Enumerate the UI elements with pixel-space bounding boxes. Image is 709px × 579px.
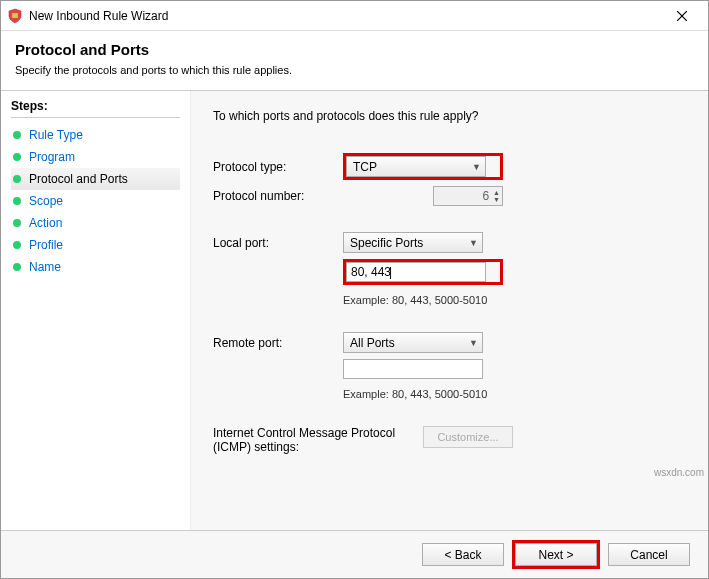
bullet-icon — [13, 197, 21, 205]
local-port-input[interactable]: 80, 443 — [346, 262, 486, 282]
steps-divider — [11, 117, 180, 118]
remote-port-section: Remote port: All Ports ▼ Example: 80, 44… — [213, 332, 686, 400]
local-port-example: Example: 80, 443, 5000-5010 — [343, 294, 503, 306]
step-protocol-and-ports[interactable]: Protocol and Ports — [11, 168, 180, 190]
bullet-icon — [13, 153, 21, 161]
close-button[interactable] — [662, 2, 702, 30]
chevron-down-icon: ▼ — [472, 162, 481, 172]
protocol-number-value: 6 — [436, 189, 493, 203]
cancel-button[interactable]: Cancel — [608, 543, 690, 566]
firewall-icon — [7, 8, 23, 24]
remote-port-mode-value: All Ports — [350, 336, 395, 350]
local-port-label: Local port: — [213, 236, 343, 250]
step-label: Program — [29, 150, 75, 164]
local-port-section: Local port: Specific Ports ▼ 80, 443 Exa… — [213, 232, 686, 306]
remote-port-mode-dropdown[interactable]: All Ports ▼ — [343, 332, 483, 353]
protocol-number-label: Protocol number: — [213, 189, 343, 203]
step-profile[interactable]: Profile — [11, 234, 180, 256]
main-pane: To which ports and protocols does this r… — [191, 91, 708, 530]
step-scope[interactable]: Scope — [11, 190, 180, 212]
step-label: Name — [29, 260, 61, 274]
protocol-number-spinner[interactable]: 6 ▲▼ — [433, 186, 503, 206]
bullet-icon — [13, 263, 21, 271]
protocol-section: Protocol type: TCP ▼ Protocol number: 6 … — [213, 153, 686, 206]
wizard-window: New Inbound Rule Wizard Protocol and Por… — [0, 0, 709, 579]
icmp-label: Internet Control Message Protocol (ICMP)… — [213, 426, 403, 454]
customize-button: Customize... — [423, 426, 513, 448]
protocol-type-label: Protocol type: — [213, 160, 343, 174]
highlight-local-port-value: 80, 443 — [343, 259, 503, 285]
highlight-protocol-type: TCP ▼ — [343, 153, 503, 180]
window-title: New Inbound Rule Wizard — [29, 9, 662, 23]
step-action[interactable]: Action — [11, 212, 180, 234]
close-icon — [677, 11, 687, 21]
step-label: Profile — [29, 238, 63, 252]
cancel-label: Cancel — [630, 548, 667, 562]
remote-port-example: Example: 80, 443, 5000-5010 — [343, 388, 503, 400]
bullet-icon — [13, 131, 21, 139]
step-label: Rule Type — [29, 128, 83, 142]
step-rule-type[interactable]: Rule Type — [11, 124, 180, 146]
question-text: To which ports and protocols does this r… — [213, 109, 686, 123]
steps-sidebar: Steps: Rule Type Program Protocol and Po… — [1, 91, 191, 530]
remote-port-input[interactable] — [343, 359, 483, 379]
chevron-down-icon: ▼ — [469, 338, 478, 348]
next-label: Next > — [538, 548, 573, 562]
bullet-icon — [13, 241, 21, 249]
remote-port-label: Remote port: — [213, 336, 343, 350]
protocol-type-value: TCP — [353, 160, 377, 174]
next-button[interactable]: Next > — [515, 543, 597, 566]
spinner-icon: ▲▼ — [493, 189, 500, 203]
step-label: Scope — [29, 194, 63, 208]
local-port-value: 80, 443 — [351, 265, 391, 279]
protocol-type-dropdown[interactable]: TCP ▼ — [346, 156, 486, 177]
local-port-mode-value: Specific Ports — [350, 236, 423, 250]
watermark: wsxdn.com — [654, 467, 704, 478]
protocol-number-cell: 6 ▲▼ — [343, 186, 503, 206]
page-header: Protocol and Ports Specify the protocols… — [1, 31, 708, 90]
titlebar: New Inbound Rule Wizard — [1, 1, 708, 31]
bullet-icon — [13, 175, 21, 183]
icmp-section: Internet Control Message Protocol (ICMP)… — [213, 426, 686, 454]
svg-rect-0 — [12, 13, 18, 18]
footer: < Back Next > Cancel — [1, 530, 708, 578]
back-button[interactable]: < Back — [422, 543, 504, 566]
step-label: Protocol and Ports — [29, 172, 128, 186]
body: Steps: Rule Type Program Protocol and Po… — [1, 90, 708, 530]
steps-heading: Steps: — [11, 99, 180, 113]
step-program[interactable]: Program — [11, 146, 180, 168]
chevron-down-icon: ▼ — [469, 238, 478, 248]
step-label: Action — [29, 216, 62, 230]
back-label: < Back — [444, 548, 481, 562]
highlight-next: Next > — [512, 540, 600, 569]
step-name[interactable]: Name — [11, 256, 180, 278]
bullet-icon — [13, 219, 21, 227]
customize-label: Customize... — [437, 431, 498, 443]
local-port-mode-dropdown[interactable]: Specific Ports ▼ — [343, 232, 483, 253]
page-subtitle: Specify the protocols and ports to which… — [15, 64, 694, 76]
page-title: Protocol and Ports — [15, 41, 694, 58]
